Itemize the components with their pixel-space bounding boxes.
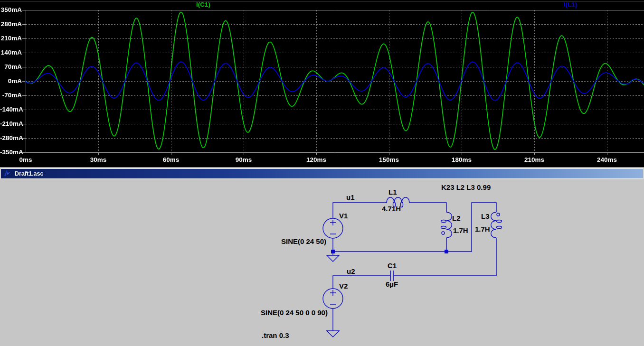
- v1-ground-symbol[interactable]: [327, 255, 339, 262]
- tran-directive[interactable]: .tran 0.3: [262, 331, 289, 339]
- net-label-u2[interactable]: u2: [347, 267, 355, 275]
- l1-name[interactable]: L1: [388, 188, 397, 196]
- v2-value[interactable]: SINE(0 24 50 0 0 90): [261, 309, 328, 317]
- l2-name[interactable]: L2: [452, 214, 461, 222]
- v1-name[interactable]: V1: [339, 212, 348, 220]
- y-axis-tick-label: -350mA: [0, 149, 22, 156]
- x-axis-tick-label: 90ms: [222, 156, 265, 163]
- schematic-pane[interactable]: u1L14.71HK23 L2 L3 0.99V1SINE(0 24 50)L2…: [0, 179, 644, 346]
- l2-phase-dot: [442, 232, 445, 234]
- y-axis-tick-label: -280mA: [0, 134, 22, 141]
- x-axis-tick-label: 0ms: [4, 156, 47, 163]
- circuit-wires[interactable]: [333, 203, 496, 331]
- v1-value[interactable]: SINE(0 24 50): [281, 237, 326, 245]
- x-axis-tick-label: 150ms: [368, 156, 410, 163]
- y-axis-tick-label: -70mA: [0, 92, 22, 99]
- window-title: Draft1.asc: [15, 170, 43, 177]
- v2-ground-symbol[interactable]: [327, 331, 339, 337]
- v2-source-symbol[interactable]: [323, 289, 343, 309]
- y-axis-tick-label: 140mA: [0, 49, 22, 56]
- titlebar-gradient[interactable]: Draft1.asc: [1, 169, 643, 178]
- v1-source-symbol[interactable]: [323, 218, 343, 238]
- y-axis-tick-label: -210mA: [0, 120, 22, 127]
- y-axis-tick-label: 210mA: [0, 35, 22, 42]
- waveform-plot[interactable]: [0, 0, 644, 167]
- l2-inductor-symbol[interactable]: [441, 212, 452, 238]
- v2-name[interactable]: V2: [339, 282, 348, 290]
- x-axis-tick-label: 120ms: [295, 156, 338, 163]
- l2-value[interactable]: 1.7H: [453, 226, 468, 234]
- c1-value[interactable]: 6µF: [386, 280, 398, 288]
- l3-inductor-symbol[interactable]: [491, 212, 502, 238]
- window-icon[interactable]: [3, 170, 11, 178]
- schematic-window-titlebar[interactable]: Draft1.asc: [0, 167, 644, 179]
- ltspice-window: 350mA280mA210mA140mA70mA0mA-70mA-140mA-2…: [0, 0, 644, 346]
- c1-capacitor-symbol[interactable]: [390, 271, 394, 281]
- y-axis-tick-label: 280mA: [0, 20, 22, 28]
- y-axis-tick-label: 350mA: [0, 6, 22, 13]
- l3-value[interactable]: 1.7H: [475, 225, 490, 233]
- waveform-pane[interactable]: 350mA280mA210mA140mA70mA0mA-70mA-140mA-2…: [0, 0, 644, 167]
- l1-value[interactable]: 4.71H: [382, 205, 401, 213]
- coupling-directive[interactable]: K23 L2 L3 0.99: [441, 183, 491, 191]
- x-axis-tick-label: 240ms: [586, 156, 628, 163]
- x-axis-tick-label: 30ms: [77, 156, 120, 163]
- l3-name[interactable]: L3: [481, 212, 490, 220]
- y-axis-tick-label: 70mA: [0, 63, 22, 70]
- x-axis-tick-label: 210ms: [513, 156, 556, 163]
- x-axis-tick-label: 60ms: [150, 156, 192, 163]
- x-axis-tick-label: 180ms: [440, 156, 483, 163]
- y-axis-tick-label: -140mA: [0, 106, 22, 113]
- schematic-drawing[interactable]: [0, 179, 644, 346]
- net-label-u1[interactable]: u1: [346, 193, 355, 201]
- trace-label-ic1[interactable]: I(C1): [182, 1, 225, 8]
- c1-name[interactable]: C1: [388, 262, 397, 270]
- trace-label-il1[interactable]: I(L1): [549, 1, 592, 8]
- l3-phase-dot: [497, 213, 500, 216]
- y-axis-tick-label: 0mA: [0, 77, 22, 84]
